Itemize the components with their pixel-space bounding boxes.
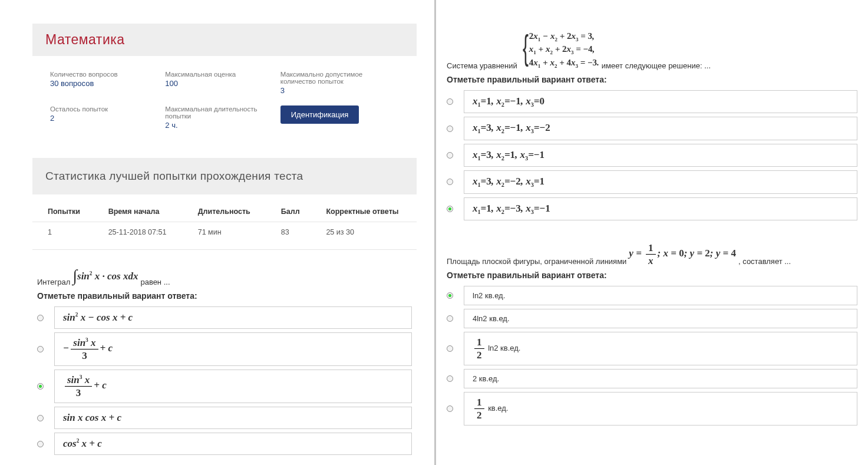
radio-icon[interactable] (37, 441, 44, 447)
radio-icon[interactable] (447, 126, 453, 132)
th-correct: Корректные ответы (311, 197, 417, 222)
option-4[interactable]: 2 кв.ед. (447, 369, 857, 388)
table-header-row: Попытки Время начала Длительность Балл К… (32, 197, 417, 222)
info-maxduration: Максимальная длительность попытки 2 ч. (165, 105, 280, 130)
option-1[interactable]: ln2 кв.ед. (447, 286, 857, 305)
th-start: Время начала (93, 197, 183, 222)
prompt-suffix: , составляет ... (738, 257, 791, 266)
option-4[interactable]: sin x cos x + c (37, 407, 412, 429)
radio-icon[interactable] (447, 315, 453, 322)
question-system: Система уравнений { 2x1 − x2 + 2x3 = 3, … (442, 29, 862, 220)
option-formula: x1=3, x2=1, x3=−1 (464, 144, 857, 167)
td-start: 25-11-2018 07:51 (93, 222, 183, 250)
question-area: Площадь плоской фигуры, ограниченной лин… (442, 243, 862, 426)
option-3[interactable]: 12 ln2 кв.ед. (447, 332, 857, 365)
radio-icon[interactable] (447, 152, 453, 159)
left-pane: Математика Количество вопросов 30 вопрос… (0, 0, 436, 465)
info-maxattempts: Максимально допустимое количество попыто… (280, 71, 395, 95)
option-5[interactable]: x1=1, x2=−3, x3=−1 (447, 197, 857, 220)
unit-text: кв.ед. (488, 404, 508, 413)
option-formula: x1=3, x2=−1, x3=−2 (464, 117, 857, 140)
option-text: 12 кв.ед. (464, 392, 857, 426)
option-2[interactable]: x1=3, x2=−1, x3=−2 (447, 117, 857, 140)
option-3[interactable]: sin3 x3+ c (37, 370, 412, 403)
option-formula: sin2 x − cos x + c (54, 306, 412, 329)
prompt-prefix: Площадь плоской фигуры, ограниченной лин… (447, 257, 626, 266)
th-duration: Длительность (183, 197, 266, 222)
option-5[interactable]: cos2 x + c (37, 433, 412, 455)
option-4[interactable]: x1=3, x2=−2, x3=1 (447, 170, 857, 193)
info-maxscore: Максимальная оценка 100 (165, 71, 280, 95)
stats-table: Попытки Время начала Длительность Балл К… (32, 197, 417, 250)
integral-expression: ∫sin2 x · cos xdx (72, 268, 138, 286)
option-text: 2 кв.ед. (464, 369, 857, 388)
page-title: Математика (45, 32, 404, 48)
question-integral: Интеграл ∫sin2 x · cos xdx равен ... Отм… (32, 268, 417, 455)
identify-button[interactable]: Идентификация (280, 105, 359, 124)
option-text: 12 ln2 кв.ед. (464, 332, 857, 365)
unit-text: ln2 кв.ед. (488, 344, 520, 352)
info-label: Количество вопросов (50, 71, 159, 78)
option-formula: cos2 x + c (54, 433, 412, 455)
stats-title: Статистика лучшей попытки прохождения те… (45, 170, 404, 183)
system-expression: { 2x1 − x2 + 2x3 = 3, x1 + x2 + 2x3 = −4… (520, 29, 599, 70)
option-1[interactable]: sin2 x − cos x + c (37, 306, 412, 329)
option-2[interactable]: −sin3 x3+ c (37, 332, 412, 366)
question-prompt: Площадь плоской фигуры, ограниченной лин… (447, 243, 857, 266)
info-identify: Идентификация (280, 105, 395, 130)
right-pane: Система уравнений { 2x1 − x2 + 2x3 = 3, … (436, 0, 868, 465)
info-value: 2 (50, 114, 159, 123)
radio-icon[interactable] (447, 292, 453, 299)
option-text: ln2 кв.ед. (464, 286, 857, 305)
question-instruction: Отметьте правильный вариант ответа: (447, 271, 857, 280)
radio-icon[interactable] (447, 375, 453, 382)
info-attemptsleft: Осталось попыток 2 (50, 105, 165, 130)
option-formula: −sin3 x3+ c (54, 332, 412, 366)
info-label: Осталось попыток (50, 105, 159, 113)
option-text: 4ln2 кв.ед. (464, 309, 857, 328)
question-instruction: Отметьте правильный вариант ответа: (37, 291, 412, 301)
radio-icon[interactable] (37, 315, 44, 321)
lines-expression: y = 1x; x = 0; y = 2; y = 4 (629, 243, 736, 266)
page-title-bar: Математика (32, 24, 417, 56)
option-1[interactable]: x1=1, x2=−1, x3=0 (447, 90, 857, 113)
th-score: Балл (266, 197, 311, 222)
radio-icon[interactable] (37, 346, 44, 352)
option-formula: sin3 x3+ c (54, 370, 412, 403)
option-formula: x1=1, x2=−1, x3=0 (464, 90, 857, 113)
radio-icon[interactable] (447, 98, 453, 105)
td-attempt: 1 (32, 222, 93, 250)
info-value: 3 (280, 86, 390, 95)
info-value: 2 ч. (165, 121, 274, 130)
question-prompt: Интеграл ∫sin2 x · cos xdx равен ... (37, 268, 412, 286)
radio-icon[interactable] (447, 206, 453, 212)
option-3[interactable]: x1=3, x2=1, x3=−1 (447, 144, 857, 167)
question-prompt: Система уравнений { 2x1 − x2 + 2x3 = 3, … (447, 29, 857, 70)
prompt-prefix: Система уравнений (447, 61, 517, 70)
table-row: 1 25-11-2018 07:51 71 мин 83 25 из 30 (32, 222, 417, 250)
prompt-suffix: равен ... (140, 278, 170, 286)
radio-icon[interactable] (447, 345, 453, 352)
th-attempt: Попытки (32, 197, 93, 222)
info-label: Максимальная оценка (165, 71, 274, 78)
option-5[interactable]: 12 кв.ед. (447, 392, 857, 426)
td-duration: 71 мин (183, 222, 266, 250)
option-2[interactable]: 4ln2 кв.ед. (447, 309, 857, 328)
radio-icon[interactable] (37, 383, 44, 390)
info-value: 30 вопросов (50, 79, 159, 88)
radio-icon[interactable] (37, 415, 44, 421)
info-label: Максимально допустимое количество попыто… (280, 71, 390, 85)
stats-title-bar: Статистика лучшей попытки прохождения те… (32, 158, 417, 194)
question-instruction: Отметьте правильный вариант ответа: (447, 75, 857, 84)
prompt-suffix: имеет следующее решение: ... (602, 61, 711, 70)
info-questions: Количество вопросов 30 вопросов (50, 71, 165, 95)
test-info-card: Количество вопросов 30 вопросов Максимал… (32, 58, 417, 156)
radio-icon[interactable] (447, 179, 453, 185)
option-formula: x1=1, x2=−3, x3=−1 (464, 197, 857, 220)
info-value: 100 (165, 79, 274, 88)
td-score: 83 (266, 222, 311, 250)
prompt-prefix: Интеграл (37, 278, 70, 286)
td-correct: 25 из 30 (311, 222, 417, 250)
radio-icon[interactable] (447, 405, 453, 412)
option-formula: sin x cos x + c (54, 407, 412, 429)
